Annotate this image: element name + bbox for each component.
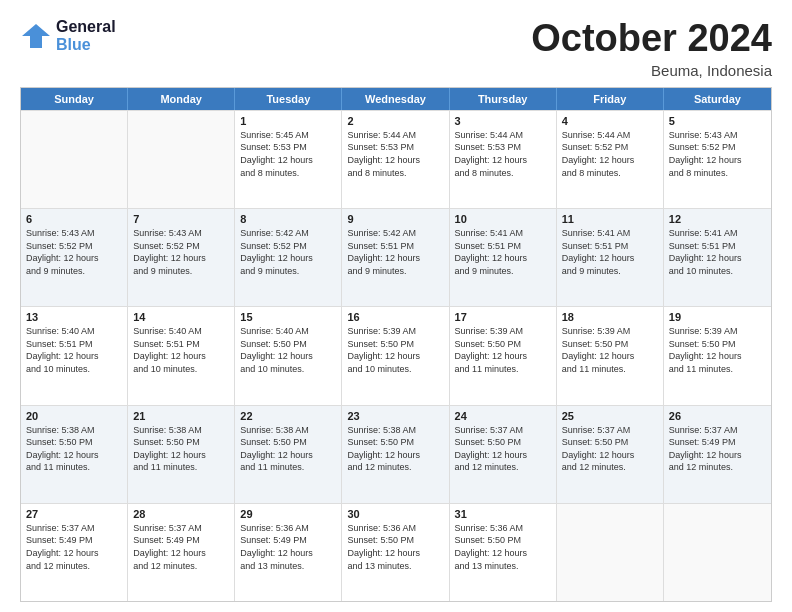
calendar-row-3: 20Sunrise: 5:38 AM Sunset: 5:50 PM Dayli… [21,405,771,503]
day-info: Sunrise: 5:37 AM Sunset: 5:49 PM Dayligh… [26,522,122,572]
day-number: 1 [240,115,336,127]
day-number: 28 [133,508,229,520]
calendar-body: 1Sunrise: 5:45 AM Sunset: 5:53 PM Daylig… [21,110,771,601]
day-number: 18 [562,311,658,323]
calendar-cell-r0-c0 [21,111,128,208]
day-info: Sunrise: 5:36 AM Sunset: 5:50 PM Dayligh… [347,522,443,572]
day-info: Sunrise: 5:36 AM Sunset: 5:50 PM Dayligh… [455,522,551,572]
day-number: 26 [669,410,766,422]
day-number: 10 [455,213,551,225]
day-info: Sunrise: 5:42 AM Sunset: 5:52 PM Dayligh… [240,227,336,277]
day-number: 22 [240,410,336,422]
calendar-cell-r2-c0: 13Sunrise: 5:40 AM Sunset: 5:51 PM Dayli… [21,307,128,404]
calendar-cell-r3-c3: 23Sunrise: 5:38 AM Sunset: 5:50 PM Dayli… [342,406,449,503]
calendar-cell-r3-c5: 25Sunrise: 5:37 AM Sunset: 5:50 PM Dayli… [557,406,664,503]
calendar-cell-r2-c1: 14Sunrise: 5:40 AM Sunset: 5:51 PM Dayli… [128,307,235,404]
calendar-cell-r2-c5: 18Sunrise: 5:39 AM Sunset: 5:50 PM Dayli… [557,307,664,404]
day-number: 7 [133,213,229,225]
day-info: Sunrise: 5:41 AM Sunset: 5:51 PM Dayligh… [562,227,658,277]
day-number: 11 [562,213,658,225]
day-info: Sunrise: 5:43 AM Sunset: 5:52 PM Dayligh… [133,227,229,277]
day-number: 2 [347,115,443,127]
day-info: Sunrise: 5:38 AM Sunset: 5:50 PM Dayligh… [26,424,122,474]
day-number: 20 [26,410,122,422]
day-number: 13 [26,311,122,323]
day-number: 25 [562,410,658,422]
day-number: 21 [133,410,229,422]
day-number: 4 [562,115,658,127]
day-number: 6 [26,213,122,225]
header-saturday: Saturday [664,88,771,110]
day-info: Sunrise: 5:44 AM Sunset: 5:52 PM Dayligh… [562,129,658,179]
header: GeneralBlue October 2024 Beuma, Indonesi… [20,18,772,79]
calendar-cell-r3-c0: 20Sunrise: 5:38 AM Sunset: 5:50 PM Dayli… [21,406,128,503]
day-info: Sunrise: 5:36 AM Sunset: 5:49 PM Dayligh… [240,522,336,572]
calendar-cell-r0-c4: 3Sunrise: 5:44 AM Sunset: 5:53 PM Daylig… [450,111,557,208]
day-info: Sunrise: 5:37 AM Sunset: 5:49 PM Dayligh… [669,424,766,474]
calendar-cell-r4-c4: 31Sunrise: 5:36 AM Sunset: 5:50 PM Dayli… [450,504,557,601]
calendar-cell-r1-c1: 7Sunrise: 5:43 AM Sunset: 5:52 PM Daylig… [128,209,235,306]
logo-icon [20,22,52,50]
day-number: 17 [455,311,551,323]
day-number: 23 [347,410,443,422]
calendar-cell-r1-c0: 6Sunrise: 5:43 AM Sunset: 5:52 PM Daylig… [21,209,128,306]
day-info: Sunrise: 5:44 AM Sunset: 5:53 PM Dayligh… [347,129,443,179]
calendar-cell-r4-c5 [557,504,664,601]
calendar-row-0: 1Sunrise: 5:45 AM Sunset: 5:53 PM Daylig… [21,110,771,208]
calendar-cell-r1-c3: 9Sunrise: 5:42 AM Sunset: 5:51 PM Daylig… [342,209,449,306]
calendar-cell-r1-c4: 10Sunrise: 5:41 AM Sunset: 5:51 PM Dayli… [450,209,557,306]
day-number: 9 [347,213,443,225]
svg-marker-0 [22,24,50,48]
day-info: Sunrise: 5:39 AM Sunset: 5:50 PM Dayligh… [562,325,658,375]
day-info: Sunrise: 5:39 AM Sunset: 5:50 PM Dayligh… [347,325,443,375]
day-number: 29 [240,508,336,520]
day-info: Sunrise: 5:37 AM Sunset: 5:50 PM Dayligh… [562,424,658,474]
calendar-cell-r0-c5: 4Sunrise: 5:44 AM Sunset: 5:52 PM Daylig… [557,111,664,208]
header-thursday: Thursday [450,88,557,110]
calendar-row-1: 6Sunrise: 5:43 AM Sunset: 5:52 PM Daylig… [21,208,771,306]
calendar-row-2: 13Sunrise: 5:40 AM Sunset: 5:51 PM Dayli… [21,306,771,404]
day-number: 12 [669,213,766,225]
calendar-header: Sunday Monday Tuesday Wednesday Thursday… [21,88,771,110]
calendar-cell-r0-c2: 1Sunrise: 5:45 AM Sunset: 5:53 PM Daylig… [235,111,342,208]
day-number: 14 [133,311,229,323]
day-info: Sunrise: 5:44 AM Sunset: 5:53 PM Dayligh… [455,129,551,179]
calendar-cell-r4-c6 [664,504,771,601]
calendar-cell-r3-c6: 26Sunrise: 5:37 AM Sunset: 5:49 PM Dayli… [664,406,771,503]
calendar-row-4: 27Sunrise: 5:37 AM Sunset: 5:49 PM Dayli… [21,503,771,601]
calendar-cell-r1-c6: 12Sunrise: 5:41 AM Sunset: 5:51 PM Dayli… [664,209,771,306]
day-info: Sunrise: 5:41 AM Sunset: 5:51 PM Dayligh… [455,227,551,277]
day-info: Sunrise: 5:40 AM Sunset: 5:50 PM Dayligh… [240,325,336,375]
header-monday: Monday [128,88,235,110]
day-number: 5 [669,115,766,127]
calendar-cell-r0-c3: 2Sunrise: 5:44 AM Sunset: 5:53 PM Daylig… [342,111,449,208]
calendar-cell-r1-c2: 8Sunrise: 5:42 AM Sunset: 5:52 PM Daylig… [235,209,342,306]
day-info: Sunrise: 5:39 AM Sunset: 5:50 PM Dayligh… [455,325,551,375]
title-block: October 2024 Beuma, Indonesia [531,18,772,79]
day-number: 3 [455,115,551,127]
page: GeneralBlue October 2024 Beuma, Indonesi… [0,0,792,612]
calendar-cell-r2-c6: 19Sunrise: 5:39 AM Sunset: 5:50 PM Dayli… [664,307,771,404]
calendar-cell-r3-c1: 21Sunrise: 5:38 AM Sunset: 5:50 PM Dayli… [128,406,235,503]
day-number: 24 [455,410,551,422]
calendar-cell-r0-c6: 5Sunrise: 5:43 AM Sunset: 5:52 PM Daylig… [664,111,771,208]
logo-general-text: General [56,18,116,36]
header-sunday: Sunday [21,88,128,110]
calendar-cell-r3-c4: 24Sunrise: 5:37 AM Sunset: 5:50 PM Dayli… [450,406,557,503]
day-info: Sunrise: 5:41 AM Sunset: 5:51 PM Dayligh… [669,227,766,277]
calendar: Sunday Monday Tuesday Wednesday Thursday… [20,87,772,602]
day-info: Sunrise: 5:40 AM Sunset: 5:51 PM Dayligh… [26,325,122,375]
day-info: Sunrise: 5:42 AM Sunset: 5:51 PM Dayligh… [347,227,443,277]
calendar-cell-r2-c2: 15Sunrise: 5:40 AM Sunset: 5:50 PM Dayli… [235,307,342,404]
day-number: 19 [669,311,766,323]
day-info: Sunrise: 5:37 AM Sunset: 5:50 PM Dayligh… [455,424,551,474]
day-number: 27 [26,508,122,520]
calendar-cell-r4-c3: 30Sunrise: 5:36 AM Sunset: 5:50 PM Dayli… [342,504,449,601]
header-tuesday: Tuesday [235,88,342,110]
day-info: Sunrise: 5:43 AM Sunset: 5:52 PM Dayligh… [26,227,122,277]
day-number: 30 [347,508,443,520]
day-info: Sunrise: 5:39 AM Sunset: 5:50 PM Dayligh… [669,325,766,375]
day-info: Sunrise: 5:43 AM Sunset: 5:52 PM Dayligh… [669,129,766,179]
day-number: 15 [240,311,336,323]
day-info: Sunrise: 5:37 AM Sunset: 5:49 PM Dayligh… [133,522,229,572]
